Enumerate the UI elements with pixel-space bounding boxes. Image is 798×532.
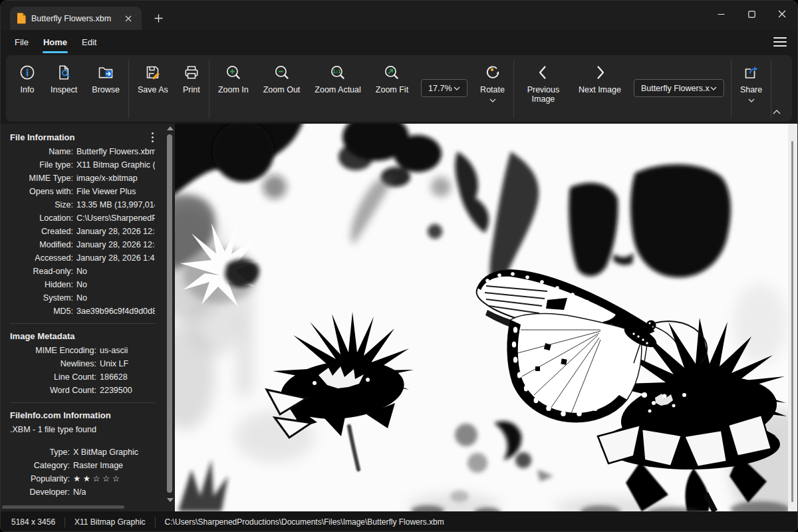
section-title: FileInfo.com Information <box>10 408 155 423</box>
scroll-up-arrow[interactable] <box>167 126 174 130</box>
chevron-right-icon <box>591 64 608 81</box>
scrollbar-thumb[interactable] <box>167 134 172 493</box>
inspect-icon <box>55 64 72 81</box>
toolbar-separator <box>209 60 209 118</box>
toolbar-separator <box>128 60 129 118</box>
file-information-section: File Information Name:Butterfly Flowers.… <box>10 130 155 318</box>
browse-button[interactable]: Browse <box>84 64 127 94</box>
file-path: C:\Users\SharpenedProductions\Documents\… <box>165 517 444 527</box>
sidebar-horizontal-scrollbar[interactable] <box>2 505 164 509</box>
chevron-up-icon <box>773 110 781 114</box>
info-row: Read-only:No <box>10 265 155 278</box>
info-row: Popularity:★ ★ ☆ ☆ ☆ <box>10 472 155 485</box>
info-row: MIME Encoding:us-ascii <box>10 344 155 357</box>
zoom-out-icon <box>273 64 291 81</box>
print-icon <box>183 64 200 81</box>
zoom-out-button[interactable]: Zoom Out <box>256 64 308 94</box>
close-button[interactable] <box>767 1 797 27</box>
chevron-left-icon <box>535 64 552 81</box>
image-metadata-section: Image Metadata MIME Encoding:us-ascii Ne… <box>10 329 155 397</box>
toolbar: Info Inspect Browse Save As Print <box>6 55 792 122</box>
save-as-icon <box>144 64 162 81</box>
print-button[interactable]: Print <box>176 64 207 94</box>
info-row: Line Count:186628 <box>10 370 155 384</box>
share-button[interactable]: Share <box>733 64 769 102</box>
maximize-button[interactable] <box>736 1 767 27</box>
rotate-button[interactable]: Rotate <box>473 64 512 102</box>
sidebar-vertical-scrollbar[interactable] <box>166 125 174 503</box>
status-separator <box>155 517 156 527</box>
info-row: Opens with:File Viewer Plus <box>10 185 155 198</box>
zoom-fit-button[interactable]: Zoom Fit <box>368 64 416 94</box>
info-sidebar: File Information Name:Butterfly Flowers.… <box>1 124 175 511</box>
share-icon <box>743 64 760 81</box>
info-row: Word Count:2239500 <box>10 384 155 397</box>
menu-edit[interactable]: Edit <box>74 30 104 54</box>
info-row: System:No <box>10 291 155 305</box>
info-row: Accessed:January 28, 2026 1:48 PM <box>10 251 155 265</box>
info-row: Location:C:\Users\SharpenedProdu... <box>10 211 155 225</box>
file-selector-value: Butterfly Flowers.x... <box>641 84 710 93</box>
svg-text:1:1: 1:1 <box>332 68 341 74</box>
toolbar-separator <box>513 60 514 118</box>
chevron-down-icon <box>710 86 717 90</box>
tab-title: Butterfly Flowers.xbm <box>31 14 116 23</box>
rotate-icon <box>484 64 501 81</box>
info-row: Size:13.35 MB (13,997,014 bytes) <box>10 198 155 211</box>
new-tab-button[interactable] <box>150 9 167 27</box>
menu-home[interactable]: Home <box>36 30 74 54</box>
inspect-button[interactable]: Inspect <box>43 64 84 94</box>
content-area: File Information Name:Butterfly Flowers.… <box>1 124 797 511</box>
chevron-down-icon <box>489 98 496 102</box>
info-row: Type:X BitMap Graphic <box>10 446 155 459</box>
image-canvas <box>175 124 788 511</box>
zoom-fit-icon <box>383 64 400 81</box>
info-row: MD5:3ae39b96c9f4d9d0d84489... <box>10 305 155 318</box>
browse-icon <box>97 64 114 81</box>
app-window: Butterfly Flowers.xbm File Home Edit <box>0 0 798 532</box>
tab-close-icon[interactable] <box>122 12 135 25</box>
popularity-stars: ★ ★ ☆ ☆ ☆ <box>73 472 120 485</box>
section-divider <box>10 402 155 403</box>
title-bar: Butterfly Flowers.xbm <box>1 1 797 30</box>
info-row: MIME Type:image/x-xbitmap <box>10 172 155 185</box>
next-image-button[interactable]: Next Image <box>571 64 628 94</box>
minimize-button[interactable] <box>706 1 736 27</box>
scrollbar-thumb[interactable] <box>2 505 124 509</box>
zoom-level-value: 17.7% <box>428 84 452 93</box>
previous-image-button[interactable]: Previous Image <box>515 64 571 104</box>
save-as-button[interactable]: Save As <box>130 64 176 94</box>
zoom-level-select[interactable]: 17.7% <box>421 79 467 97</box>
document-icon <box>17 13 26 24</box>
zoom-actual-icon: 1:1 <box>329 64 346 81</box>
window-controls <box>706 1 797 27</box>
image-vertical-scrollbar[interactable] <box>788 124 797 511</box>
info-icon <box>19 64 36 81</box>
sidebar-options-icon[interactable] <box>148 130 158 144</box>
scrollbar-thumb[interactable] <box>791 141 793 502</box>
status-bar: 5184 x 3456 X11 Bitmap Graphic C:\Users\… <box>1 511 797 532</box>
info-button[interactable]: Info <box>11 64 43 94</box>
hamburger-menu-icon[interactable] <box>772 35 788 49</box>
info-row: Newlines:Unix LF <box>10 357 155 370</box>
document-tab[interactable]: Butterfly Flowers.xbm <box>10 7 142 30</box>
info-row: Category:Raster Image <box>10 459 155 472</box>
section-title: Image Metadata <box>10 329 155 344</box>
info-row: Modified:January 28, 2026 12:42 PM <box>10 238 155 251</box>
collapse-ribbon-button[interactable] <box>771 107 783 116</box>
menu-bar: File Home Edit <box>1 30 797 54</box>
info-row: Hidden:No <box>10 278 155 291</box>
ribbon-zone: Info Inspect Browse Save As Print <box>1 54 797 124</box>
zoom-in-button[interactable]: Zoom In <box>211 64 256 94</box>
chevron-down-icon <box>454 86 460 90</box>
zoom-in-icon <box>225 64 242 81</box>
info-row: Name:Butterfly Flowers.xbm <box>10 145 155 158</box>
scroll-down-arrow[interactable] <box>167 498 174 502</box>
file-selector[interactable]: Butterfly Flowers.x... <box>634 79 724 97</box>
menu-file[interactable]: File <box>7 30 36 54</box>
fileinfo-section: FileInfo.com Information .XBM - 1 file t… <box>10 408 155 499</box>
info-row: File type:X11 Bitmap Graphic (.xbm) <box>10 158 155 172</box>
zoom-actual-button[interactable]: 1:1 Zoom Actual <box>307 64 368 94</box>
info-row: Developer:N/a <box>10 485 155 499</box>
chevron-down-icon <box>748 98 755 102</box>
